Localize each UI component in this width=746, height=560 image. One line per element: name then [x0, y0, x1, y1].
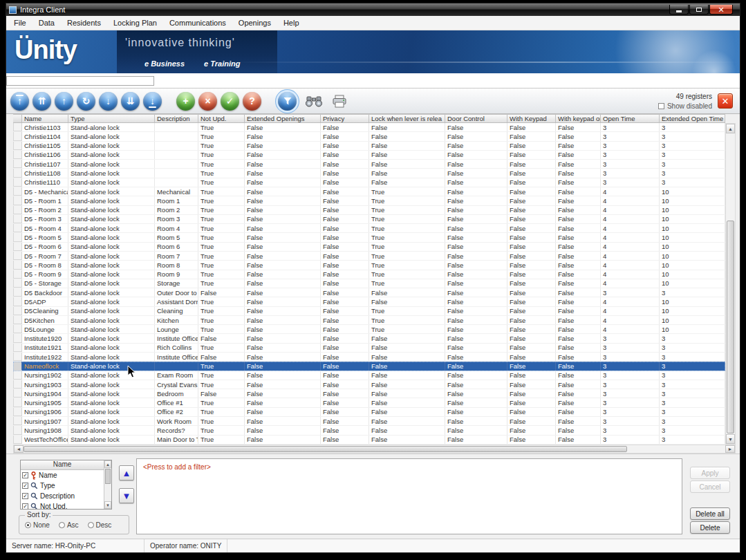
row-selector[interactable]	[13, 169, 22, 177]
select-all-corner[interactable]	[13, 115, 22, 122]
delete-all-button[interactable]: Delete all	[690, 507, 730, 520]
scroll-right-arrow[interactable]: ►	[725, 445, 735, 453]
menu-communications[interactable]: Communications	[163, 17, 232, 29]
field-checkbox[interactable]: ✓	[22, 472, 28, 478]
filter-field-row[interactable]: ✓Type	[21, 480, 104, 491]
table-row[interactable]: D5 - Room 2Stand-alone lockRoom 2TrueFal…	[13, 206, 725, 215]
table-row[interactable]: Christie1107Stand-alone lockTrueFalseFal…	[13, 160, 725, 169]
first-record-button[interactable]: ↑	[10, 92, 29, 111]
menu-file[interactable]: File	[8, 17, 32, 29]
column-header[interactable]: Name	[22, 115, 68, 122]
minimize-button[interactable]	[669, 5, 689, 15]
row-selector[interactable]	[13, 270, 22, 279]
table-row[interactable]: D5 - Room 3Stand-alone lockRoom 3TrueFal…	[13, 215, 725, 224]
row-selector[interactable]	[13, 362, 22, 370]
row-selector[interactable]	[13, 436, 22, 444]
scroll-down-arrow[interactable]: ▼	[726, 434, 735, 444]
column-header[interactable]: Extended Openings	[245, 115, 321, 122]
refresh-button[interactable]: ↻	[77, 92, 95, 111]
field-checkbox[interactable]: ✓	[22, 503, 28, 509]
table-row[interactable]: D5 - Room 5Stand-alone lockRoom 5TrueFal…	[13, 233, 725, 242]
table-row[interactable]: Institute1921Stand-alone lockRich Collin…	[13, 344, 725, 353]
vertical-scrollbar[interactable]: ▲ ▼	[725, 123, 736, 445]
row-selector[interactable]	[13, 196, 22, 205]
row-selector[interactable]	[13, 417, 22, 425]
row-selector[interactable]	[13, 371, 22, 380]
add-filter-placeholder[interactable]: <Press to add a filter>	[143, 463, 211, 471]
table-row[interactable]: D5CleaningStand-alone lockCleaningTrueFa…	[13, 307, 725, 316]
table-row[interactable]: D5 - Room 1Stand-alone lockRoom 1TrueFal…	[13, 196, 725, 205]
table-row[interactable]: Christie1108Stand-alone lockTrueFalseFal…	[13, 169, 725, 178]
scroll-track[interactable]	[24, 445, 725, 453]
row-selector[interactable]	[13, 215, 22, 223]
sort-option-desc[interactable]: Desc	[88, 521, 112, 529]
column-header[interactable]: Privacy	[321, 115, 369, 122]
table-row[interactable]: Nursing1905Stand-alone lockOffice #1True…	[13, 398, 725, 407]
print-button[interactable]	[328, 92, 351, 111]
filter-field-row[interactable]: ✓Name	[21, 470, 104, 480]
ebusiness-link[interactable]: e Business	[144, 59, 185, 68]
scroll-up-arrow[interactable]: ▲	[104, 460, 111, 468]
next-record-button[interactable]: ↓	[99, 92, 118, 111]
row-selector[interactable]	[13, 206, 22, 214]
menu-residents[interactable]: Residents	[61, 17, 107, 29]
row-selector[interactable]	[13, 380, 22, 389]
table-row[interactable]: D5LoungeStand-alone lockLoungeTrueFalseF…	[13, 325, 725, 334]
accept-button[interactable]: ✓	[221, 92, 239, 111]
row-selector[interactable]	[13, 160, 22, 168]
table-row[interactable]: D5 - Room 4Stand-alone lockRoom 4TrueFal…	[13, 224, 725, 233]
column-header[interactable]: Not Upd.	[198, 115, 245, 122]
table-row[interactable]: D5 - Room 9Stand-alone lockRoom 9TrueFal…	[13, 270, 725, 279]
page-down-button[interactable]: ⇊	[121, 92, 140, 111]
delete-record-button[interactable]: ×	[198, 92, 217, 111]
table-row[interactable]: D5KitchenStand-alone lockKitchenTrueFals…	[13, 316, 725, 325]
column-header[interactable]: Open Time	[601, 115, 660, 122]
title-bar[interactable]: Integra Client ✕	[6, 3, 740, 16]
add-record-button[interactable]: +	[176, 92, 195, 111]
menu-data[interactable]: Data	[32, 17, 61, 29]
sort-option-asc[interactable]: Asc	[59, 521, 79, 529]
table-row[interactable]: Institute1922Stand-alone lockInstitute O…	[13, 353, 725, 362]
filter-field-row[interactable]: ✓Not Upd.	[21, 501, 104, 509]
etraining-link[interactable]: e Training	[204, 59, 240, 68]
scroll-track[interactable]	[726, 133, 735, 434]
close-view-button[interactable]: ✕	[718, 93, 733, 109]
close-button[interactable]: ✕	[709, 5, 733, 15]
row-selector[interactable]	[13, 398, 22, 407]
column-header[interactable]: Door Control	[445, 115, 507, 122]
row-selector[interactable]	[13, 123, 22, 131]
menu-locking-plan[interactable]: Locking Plan	[107, 17, 163, 29]
table-row[interactable]: D5 BackdoorStand-alone lockOuter Door to…	[13, 288, 725, 297]
column-header[interactable]: With Keypad	[507, 115, 556, 122]
scroll-up-arrow[interactable]: ▲	[726, 124, 735, 133]
table-row[interactable]: Nursing1904Stand-alone lockBedroomFalseF…	[13, 389, 725, 398]
table-row[interactable]: D5ADPStand-alone lockAssistant Dorm FTru…	[13, 297, 725, 306]
menu-help[interactable]: Help	[277, 17, 306, 29]
column-header[interactable]: Type	[68, 115, 155, 122]
filter-button[interactable]	[278, 92, 297, 111]
field-checkbox[interactable]: ✓	[22, 493, 28, 499]
last-record-button[interactable]: ↓	[143, 92, 162, 111]
column-header[interactable]: Extended Open Time	[660, 115, 725, 122]
fields-scrollbar[interactable]: ▲ ▼	[104, 460, 111, 509]
move-field-up-button[interactable]: ▲	[119, 465, 134, 480]
table-row[interactable]: D5 - Room 8Stand-alone lockRoom 8TrueFal…	[13, 261, 725, 270]
scroll-thumb[interactable]	[105, 469, 111, 484]
scroll-track[interactable]	[104, 468, 111, 501]
table-row[interactable]: Nursing1908Stand-alone lockRecords?TrueF…	[13, 426, 725, 435]
row-selector[interactable]	[13, 344, 22, 352]
row-selector[interactable]	[13, 389, 22, 398]
row-selector[interactable]	[13, 426, 22, 434]
table-row[interactable]: WestTechOfficeStand-alone lockMain Door …	[13, 436, 725, 445]
sort-option-none[interactable]: None	[25, 521, 50, 529]
show-disabled-toggle[interactable]: Show disabled	[658, 102, 712, 110]
table-row[interactable]: Christie1105Stand-alone lockTrueFalseFal…	[13, 142, 725, 151]
row-selector[interactable]	[13, 288, 22, 297]
scroll-thumb[interactable]	[727, 221, 734, 433]
table-row[interactable]: D5 - Room 6Stand-alone lockRoom 6TrueFal…	[13, 243, 725, 252]
move-field-down-button[interactable]: ▼	[119, 488, 134, 503]
horizontal-scrollbar[interactable]: ◄ ►	[13, 445, 736, 454]
page-up-button[interactable]: ⇈	[32, 92, 51, 111]
column-header[interactable]: Lock when lever is relea	[369, 115, 445, 122]
table-row[interactable]: Nursing1907Stand-alone lockWork RoomTrue…	[13, 417, 725, 426]
